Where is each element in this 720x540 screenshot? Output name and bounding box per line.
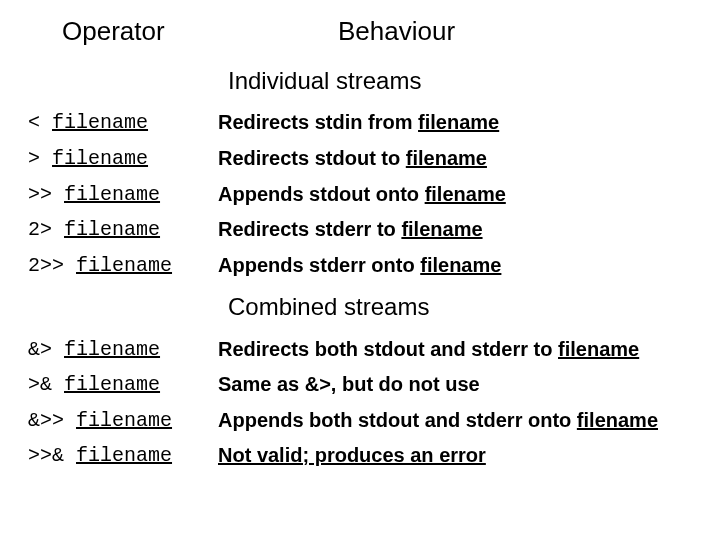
operator-symbol: > <box>28 147 52 170</box>
table-row: 2> filename Redirects stderr to filename <box>28 212 692 248</box>
operator-symbol: < <box>28 111 52 134</box>
behaviour-text: Redirects stdin from <box>218 111 418 133</box>
operator-symbol: >> <box>28 183 64 206</box>
behaviour-text: Redirects both stdout and stderr to <box>218 338 558 360</box>
filename-link[interactable]: filename <box>418 111 499 133</box>
slide: Operator Behaviour Individual streams < … <box>0 0 720 540</box>
section-row-individual: Individual streams <box>28 57 692 105</box>
filename-link[interactable]: filename <box>420 254 501 276</box>
behaviour-text: Appends both stdout and stderr onto <box>218 409 577 431</box>
behaviour-text: Not valid; produces an error <box>218 444 486 466</box>
behaviour-cell: Redirects both stdout and stderr to file… <box>218 332 692 368</box>
filename-link[interactable]: filename <box>406 147 487 169</box>
behaviour-cell: Not valid; produces an error <box>218 438 692 474</box>
behaviour-cell: Appends stderr onto filename <box>218 248 692 284</box>
operator-cell: 2> filename <box>28 212 218 248</box>
behaviour-text: Appends stderr onto <box>218 254 420 276</box>
filename-link[interactable]: filename <box>64 183 160 206</box>
header-operator: Operator <box>28 12 218 57</box>
operator-cell: 2>> filename <box>28 248 218 284</box>
table-row: > filename Redirects stdout to filename <box>28 141 692 177</box>
operator-cell: &>> filename <box>28 403 218 439</box>
operator-symbol: &>> <box>28 409 76 432</box>
table-row: &>> filename Appends both stdout and std… <box>28 403 692 439</box>
behaviour-cell: Same as &>, but do not use <box>218 367 692 403</box>
filename-link[interactable]: filename <box>52 147 148 170</box>
redirection-table: Operator Behaviour Individual streams < … <box>28 12 692 474</box>
behaviour-text: Redirects stdout to <box>218 147 406 169</box>
section-combined: Combined streams <box>218 283 692 331</box>
behaviour-cell: Redirects stdout to filename <box>218 141 692 177</box>
table-row: >& filename Same as &>, but do not use <box>28 367 692 403</box>
filename-link[interactable]: filename <box>64 338 160 361</box>
filename-link[interactable]: filename <box>577 409 658 431</box>
operator-symbol: &> <box>28 338 64 361</box>
filename-link[interactable]: filename <box>401 218 482 240</box>
operator-symbol: 2>> <box>28 254 76 277</box>
operator-symbol: >& <box>28 373 64 396</box>
table-row: < filename Redirects stdin from filename <box>28 105 692 141</box>
operator-symbol: >>& <box>28 444 76 467</box>
behaviour-cell: Redirects stdin from filename <box>218 105 692 141</box>
table-row: >> filename Appends stdout onto filename <box>28 177 692 213</box>
table-row: >>& filename Not valid; produces an erro… <box>28 438 692 474</box>
table-row: 2>> filename Appends stderr onto filenam… <box>28 248 692 284</box>
table-row: &> filename Redirects both stdout and st… <box>28 332 692 368</box>
filename-link[interactable]: filename <box>425 183 506 205</box>
header-row: Operator Behaviour <box>28 12 692 57</box>
filename-link[interactable]: filename <box>52 111 148 134</box>
operator-cell: >>& filename <box>28 438 218 474</box>
section-row-combined: Combined streams <box>28 283 692 331</box>
operator-cell: >> filename <box>28 177 218 213</box>
behaviour-cell: Appends both stdout and stderr onto file… <box>218 403 692 439</box>
behaviour-text: Appends stdout onto <box>218 183 425 205</box>
behaviour-cell: Redirects stderr to filename <box>218 212 692 248</box>
header-behaviour: Behaviour <box>218 12 692 57</box>
behaviour-cell: Appends stdout onto filename <box>218 177 692 213</box>
section-individual: Individual streams <box>218 57 692 105</box>
behaviour-text: Same as &>, but do not use <box>218 373 480 395</box>
filename-link[interactable]: filename <box>76 409 172 432</box>
filename-link[interactable]: filename <box>558 338 639 360</box>
operator-cell: < filename <box>28 105 218 141</box>
filename-link[interactable]: filename <box>76 444 172 467</box>
behaviour-text: Redirects stderr to <box>218 218 401 240</box>
operator-cell: > filename <box>28 141 218 177</box>
filename-link[interactable]: filename <box>64 218 160 241</box>
operator-cell: &> filename <box>28 332 218 368</box>
operator-symbol: 2> <box>28 218 64 241</box>
operator-cell: >& filename <box>28 367 218 403</box>
filename-link[interactable]: filename <box>76 254 172 277</box>
filename-link[interactable]: filename <box>64 373 160 396</box>
